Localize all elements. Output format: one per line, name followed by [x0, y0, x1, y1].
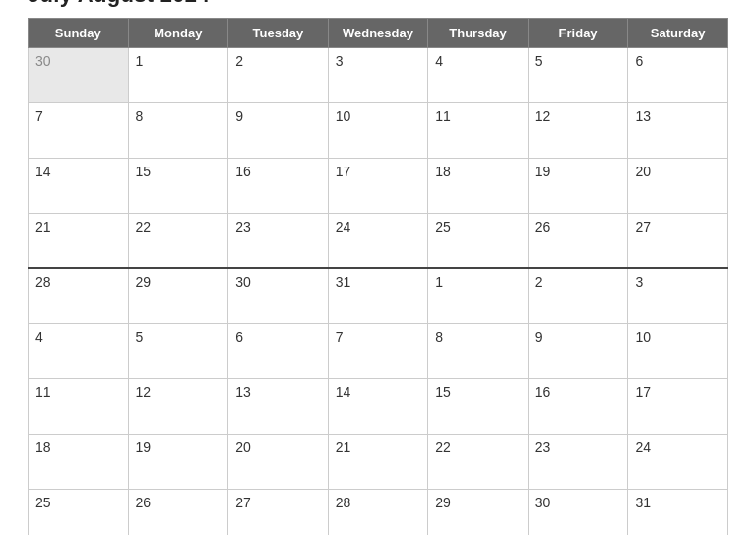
- day-header-friday: Friday: [528, 18, 628, 47]
- calendar-cell: 22: [128, 213, 228, 268]
- calendar-cell: 13: [228, 378, 329, 434]
- calendar-cell: 31: [328, 268, 428, 323]
- calendar-cell: 18: [29, 434, 129, 489]
- calendar-cell: 25: [428, 213, 529, 268]
- day-header-sunday: Sunday: [29, 18, 129, 47]
- calendar-cell: 3: [328, 47, 428, 102]
- calendar-cell: 11: [29, 378, 129, 434]
- calendar-cell: 2: [528, 268, 628, 323]
- calendar-cell: 12: [528, 102, 628, 158]
- calendar-cell: 24: [628, 434, 728, 489]
- calendar-cell: 28: [328, 489, 428, 535]
- calendar-cell: 6: [228, 323, 329, 378]
- calendar-cell: 10: [628, 323, 728, 378]
- day-header-saturday: Saturday: [628, 18, 728, 47]
- calendar-cell: 1: [428, 268, 529, 323]
- calendar-cell: 13: [628, 102, 728, 158]
- calendar-cell: 29: [128, 268, 228, 323]
- calendar-cell: 16: [528, 378, 628, 434]
- calendar-cell: 30: [29, 47, 129, 102]
- calendar-cell: 11: [428, 102, 529, 158]
- calendar-cell: 23: [228, 213, 329, 268]
- calendar-container: July August 2024 SundayMondayTuesdayWedn…: [14, 0, 742, 535]
- week-row-2: 14151617181920: [29, 158, 728, 213]
- calendar-cell: 30: [228, 268, 329, 323]
- calendar-cell: 15: [128, 158, 228, 213]
- calendar-cell: 24: [328, 213, 428, 268]
- calendar-cell: 5: [528, 47, 628, 102]
- day-header-wednesday: Wednesday: [328, 18, 428, 47]
- calendar-cell: 14: [29, 158, 129, 213]
- days-header-row: SundayMondayTuesdayWednesdayThursdayFrid…: [29, 18, 728, 47]
- calendar-table: SundayMondayTuesdayWednesdayThursdayFrid…: [28, 18, 728, 536]
- week-row-8: 25262728293031: [29, 489, 728, 535]
- week-row-6: 11121314151617: [29, 378, 728, 434]
- calendar-cell: 2: [228, 47, 329, 102]
- calendar-cell: 8: [128, 102, 228, 158]
- day-header-tuesday: Tuesday: [228, 18, 329, 47]
- week-row-3: 21222324252627: [29, 213, 728, 268]
- week-row-5: 45678910: [29, 323, 728, 378]
- calendar-cell: 21: [328, 434, 428, 489]
- calendar-cell: 18: [428, 158, 529, 213]
- calendar-cell: 25: [29, 489, 129, 535]
- calendar-cell: 22: [428, 434, 529, 489]
- calendar-cell: 27: [628, 213, 728, 268]
- calendar-cell: 4: [29, 323, 129, 378]
- calendar-cell: 14: [328, 378, 428, 434]
- calendar-cell: 16: [228, 158, 329, 213]
- calendar-cell: 17: [328, 158, 428, 213]
- calendar-cell: 20: [628, 158, 728, 213]
- calendar-cell: 3: [628, 268, 728, 323]
- week-row-0: 30123456: [29, 47, 728, 102]
- calendar-title: July August 2024: [28, 0, 728, 8]
- calendar-cell: 30: [528, 489, 628, 535]
- calendar-cell: 21: [29, 213, 129, 268]
- calendar-cell: 19: [128, 434, 228, 489]
- calendar-cell: 15: [428, 378, 529, 434]
- calendar-cell: 20: [228, 434, 329, 489]
- calendar-cell: 23: [528, 434, 628, 489]
- calendar-cell: 31: [628, 489, 728, 535]
- calendar-cell: 12: [128, 378, 228, 434]
- calendar-cell: 7: [328, 323, 428, 378]
- week-row-7: 18192021222324: [29, 434, 728, 489]
- calendar-cell: 4: [428, 47, 529, 102]
- calendar-cell: 26: [528, 213, 628, 268]
- calendar-cell: 9: [528, 323, 628, 378]
- calendar-cell: 1: [128, 47, 228, 102]
- day-header-thursday: Thursday: [428, 18, 529, 47]
- calendar-cell: 19: [528, 158, 628, 213]
- calendar-cell: 10: [328, 102, 428, 158]
- calendar-cell: 8: [428, 323, 529, 378]
- calendar-cell: 26: [128, 489, 228, 535]
- calendar-cell: 28: [29, 268, 129, 323]
- calendar-cell: 7: [29, 102, 129, 158]
- week-row-1: 78910111213: [29, 102, 728, 158]
- calendar-cell: 5: [128, 323, 228, 378]
- calendar-cell: 27: [228, 489, 329, 535]
- calendar-cell: 17: [628, 378, 728, 434]
- calendar-cell: 6: [628, 47, 728, 102]
- calendar-cell: 29: [428, 489, 529, 535]
- calendar-cell: 9: [228, 102, 329, 158]
- day-header-monday: Monday: [128, 18, 228, 47]
- week-row-4: 28293031123: [29, 268, 728, 323]
